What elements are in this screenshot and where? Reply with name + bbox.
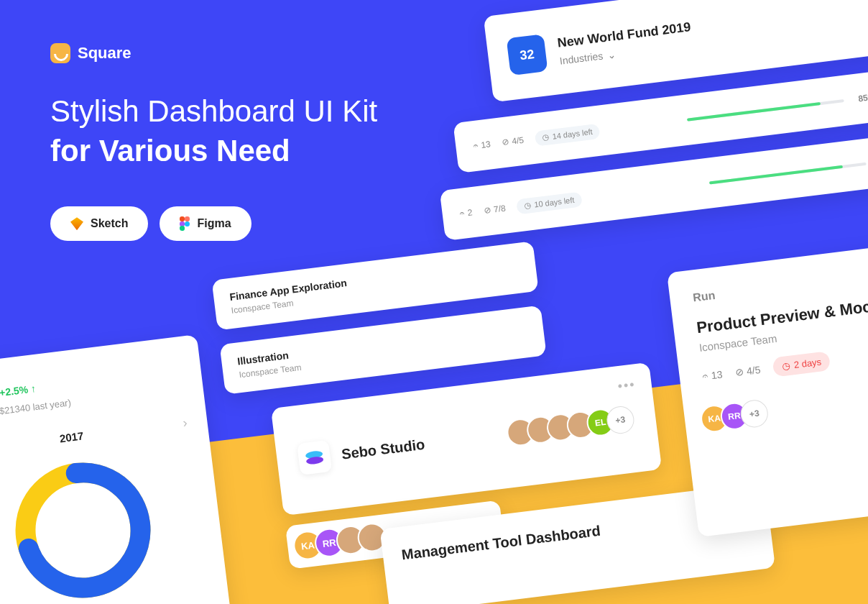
donut-chart [3, 450, 163, 604]
tasks-stat: ⊘ 4/5 [734, 363, 761, 378]
hero-title-line1: Stylish Dashboard UI Kit [50, 92, 818, 132]
check-circle-icon: ⊘ [734, 365, 744, 378]
brand: Square [50, 43, 818, 63]
sketch-button[interactable]: Sketch [50, 206, 148, 241]
studio-logo-icon [297, 440, 332, 475]
revenue-year: 2017 [59, 429, 84, 444]
run-tag: Run [692, 260, 868, 304]
paperclip-icon: 𝄐 [702, 370, 709, 383]
clock-icon: ◷ [781, 360, 790, 372]
sketch-label: Sketch [91, 217, 128, 230]
hero-title-line2: for Various Need [50, 132, 818, 171]
avatar-group[interactable]: KA RR +3 [706, 374, 868, 433]
revenue-change: +2.5% ↑ [0, 383, 37, 398]
brand-logo-icon [50, 43, 70, 63]
studio-card[interactable]: ••• Sebo Studio EL +3 [271, 362, 662, 516]
days-left-chip: ◷2 days [772, 351, 831, 377]
figma-button[interactable]: Figma [160, 206, 251, 241]
revenue-card: 7632 +2.5% ↑ mpared to ($21340 last year… [0, 334, 234, 604]
next-year-button[interactable]: › [182, 416, 188, 431]
figma-label: Figma [197, 217, 231, 230]
figma-icon [180, 216, 190, 231]
sketch-icon [70, 217, 83, 230]
brand-name: Square [78, 44, 131, 63]
run-card[interactable]: Run Product Preview & Mock up f Iconspac… [667, 235, 868, 537]
attachment-stat: 𝄐 13 [702, 367, 723, 382]
studio-title: Sebo Studio [341, 436, 426, 462]
more-icon[interactable]: ••• [617, 377, 637, 394]
avatar-group[interactable]: EL +3 [512, 405, 635, 447]
